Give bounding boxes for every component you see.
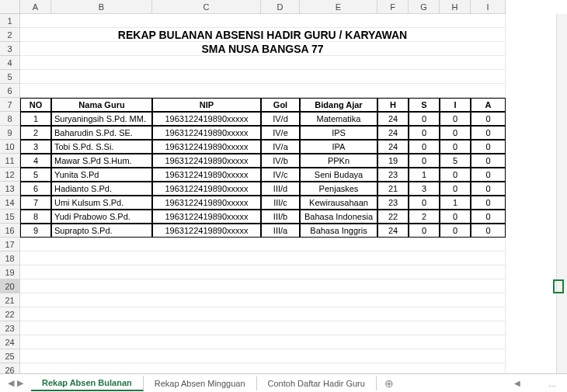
table-row[interactable]: 0 xyxy=(440,112,471,126)
table-row[interactable]: 0 xyxy=(471,196,506,210)
table-row[interactable]: 1963122419890xxxxx xyxy=(152,210,261,224)
table-row[interactable]: Bahasa Inggris xyxy=(300,224,377,238)
select-all-corner[interactable] xyxy=(0,0,20,14)
row-header[interactable]: 6 xyxy=(0,84,20,98)
tab-rekap-mingguan[interactable]: Rekap Absen Mingguan xyxy=(144,376,257,390)
table-row[interactable]: III/b xyxy=(261,210,300,224)
table-row[interactable]: 1963122419890xxxxx xyxy=(152,224,261,238)
table-row[interactable]: 0 xyxy=(409,196,440,210)
vertical-scrollbar[interactable] xyxy=(556,14,567,373)
col-header[interactable]: I xyxy=(471,0,506,14)
table-row[interactable]: 0 xyxy=(471,140,506,154)
table-row[interactable]: Seni Budaya xyxy=(300,168,377,182)
table-row[interactable]: 4 xyxy=(20,154,51,168)
table-row[interactable]: Suryaningsih S.Pd. MM. xyxy=(51,112,152,126)
row-header[interactable]: 24 xyxy=(0,335,20,349)
table-row[interactable]: Bahasa Indonesia xyxy=(300,210,377,224)
table-row[interactable]: 5 xyxy=(20,168,51,182)
table-row[interactable]: 2 xyxy=(409,210,440,224)
table-row[interactable]: 0 xyxy=(471,224,506,238)
table-row[interactable]: 24 xyxy=(377,126,409,140)
table-row[interactable]: Penjaskes xyxy=(300,182,377,196)
tab-contoh-daftar[interactable]: Contoh Daftar Hadir Guru xyxy=(257,376,377,390)
row-header[interactable]: 11 xyxy=(0,154,20,168)
table-row[interactable]: 0 xyxy=(409,112,440,126)
row-header[interactable]: 18 xyxy=(0,252,20,265)
table-row[interactable]: Baharudin S.Pd. SE. xyxy=(51,126,152,140)
table-row[interactable]: IV/d xyxy=(261,112,300,126)
table-row[interactable]: 0 xyxy=(471,126,506,140)
row-header[interactable]: 9 xyxy=(0,126,20,140)
cell[interactable] xyxy=(20,56,506,70)
table-row[interactable]: 0 xyxy=(471,112,506,126)
table-row[interactable]: 0 xyxy=(471,154,506,168)
table-row[interactable]: 23 xyxy=(377,168,409,182)
row-header[interactable]: 4 xyxy=(0,56,20,70)
table-row[interactable]: 1963122419890xxxxx xyxy=(152,126,261,140)
row-header[interactable]: 17 xyxy=(0,238,20,252)
col-header[interactable]: E xyxy=(300,0,377,14)
cell[interactable] xyxy=(20,349,506,363)
table-row[interactable]: 0 xyxy=(471,168,506,182)
table-row[interactable]: 24 xyxy=(377,224,409,238)
table-row[interactable]: IV/a xyxy=(261,140,300,154)
col-header[interactable]: D xyxy=(261,0,300,14)
table-row[interactable]: 0 xyxy=(440,210,471,224)
row-header[interactable]: 13 xyxy=(0,182,20,196)
table-row[interactable]: 19 xyxy=(377,154,409,168)
table-row[interactable]: III/c xyxy=(261,196,300,210)
row-header[interactable]: 16 xyxy=(0,224,20,238)
col-header[interactable]: A xyxy=(20,0,51,14)
cell[interactable] xyxy=(20,238,506,252)
row-header[interactable]: 21 xyxy=(0,293,20,307)
row-header[interactable]: 15 xyxy=(0,210,20,224)
table-row[interactable]: 0 xyxy=(440,182,471,196)
table-row[interactable]: Tobi S.Pd. S.Si. xyxy=(51,140,152,154)
tab-rekap-bulanan[interactable]: Rekap Absen Bulanan xyxy=(31,376,144,391)
table-row[interactable]: 1963122419890xxxxx xyxy=(152,140,261,154)
table-row[interactable]: Yudi Prabowo S.Pd. xyxy=(51,210,152,224)
cell[interactable] xyxy=(20,265,506,279)
table-row[interactable]: 0 xyxy=(471,182,506,196)
tab-nav[interactable]: ◀ ▶ xyxy=(0,378,31,388)
table-row[interactable]: 3 xyxy=(20,140,51,154)
row-header[interactable]: 25 xyxy=(0,349,20,363)
cell[interactable] xyxy=(20,84,506,98)
cell[interactable] xyxy=(20,70,506,84)
table-row[interactable]: III/d xyxy=(261,182,300,196)
row-header[interactable]: 22 xyxy=(0,307,20,321)
table-row[interactable]: 8 xyxy=(20,210,51,224)
table-row[interactable]: 1 xyxy=(409,168,440,182)
table-row[interactable]: 2 xyxy=(20,126,51,140)
cell[interactable] xyxy=(20,279,506,293)
table-row[interactable]: IPS xyxy=(300,126,377,140)
row-header[interactable]: 2 xyxy=(0,28,20,42)
spreadsheet-grid[interactable]: A B C D E F G H I 1 2 REKAP BULANAN ABSE… xyxy=(0,0,567,391)
table-row[interactable]: 1963122419890xxxxx xyxy=(152,112,261,126)
add-sheet-button[interactable]: ⊕ xyxy=(377,377,402,390)
table-row[interactable]: 0 xyxy=(440,126,471,140)
table-row[interactable]: Mawar S.Pd S.Hum. xyxy=(51,154,152,168)
table-row[interactable]: Suprapto S.Pd. xyxy=(51,224,152,238)
table-row[interactable]: IPA xyxy=(300,140,377,154)
table-row[interactable]: 22 xyxy=(377,210,409,224)
row-header[interactable]: 10 xyxy=(0,140,20,154)
col-header[interactable]: F xyxy=(377,0,409,14)
table-row[interactable]: 0 xyxy=(409,154,440,168)
col-header[interactable]: H xyxy=(440,0,471,14)
row-header[interactable]: 14 xyxy=(0,196,20,210)
row-header[interactable]: 1 xyxy=(0,14,20,28)
table-row[interactable]: 0 xyxy=(409,140,440,154)
table-row[interactable]: 1963122419890xxxxx xyxy=(152,154,261,168)
table-row[interactable]: 0 xyxy=(409,126,440,140)
table-row[interactable]: 24 xyxy=(377,112,409,126)
col-header[interactable]: B xyxy=(51,0,152,14)
chevron-right-icon[interactable]: ▶ xyxy=(17,378,23,388)
table-row[interactable]: 0 xyxy=(440,168,471,182)
cell[interactable] xyxy=(20,307,506,321)
row-header[interactable]: 20 xyxy=(0,279,20,293)
row-header[interactable]: 23 xyxy=(0,321,20,335)
table-row[interactable]: 7 xyxy=(20,196,51,210)
table-row[interactable]: Matematika xyxy=(300,112,377,126)
table-row[interactable]: 1 xyxy=(20,112,51,126)
